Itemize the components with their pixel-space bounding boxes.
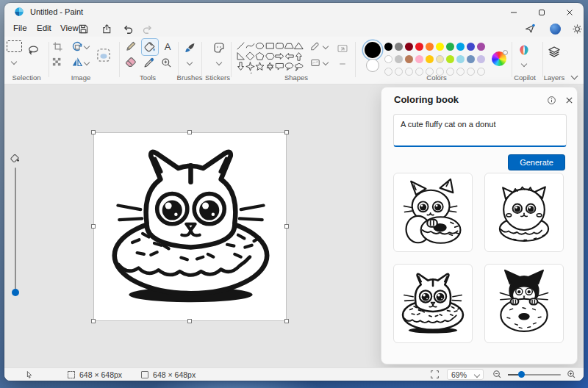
shape-outline-icon[interactable]: [309, 40, 322, 53]
shape-six-point-star[interactable]: [265, 61, 275, 71]
color-swatch[interactable]: [456, 55, 465, 63]
color-1-swatch[interactable]: [365, 42, 381, 58]
maximize-button[interactable]: [528, 3, 556, 22]
selection-handle[interactable]: [284, 130, 289, 134]
selection-handle[interactable]: [187, 130, 192, 134]
shape-left-arrow[interactable]: [284, 51, 294, 61]
minimize-button[interactable]: [500, 3, 528, 22]
color-swatch[interactable]: [436, 43, 444, 51]
stickers-icon[interactable]: [211, 40, 227, 56]
color-swatch[interactable]: [426, 43, 434, 51]
color-swatch[interactable]: [446, 43, 454, 51]
selection-handle[interactable]: [91, 319, 96, 323]
color-swatch-empty[interactable]: [384, 68, 392, 76]
color-swatch[interactable]: [456, 43, 465, 51]
shape-lightning[interactable]: [245, 71, 255, 73]
color-swatch-empty[interactable]: [395, 68, 403, 76]
send-feedback-icon[interactable]: [522, 21, 538, 36]
color-swatch[interactable]: [446, 55, 454, 63]
shape-trapezoid[interactable]: [284, 40, 294, 51]
stickers-dropdown-chevron[interactable]: [217, 60, 221, 65]
rotate-icon[interactable]: [69, 38, 85, 54]
zoom-level-select[interactable]: 69%: [447, 369, 484, 380]
shape-line[interactable]: [236, 40, 245, 51]
shape-diamond[interactable]: [245, 51, 255, 61]
pencil-tool[interactable]: [123, 38, 139, 54]
share-icon[interactable]: [98, 21, 115, 36]
shape-fill-icon[interactable]: [309, 56, 322, 69]
shape-rounded-callout[interactable]: [275, 61, 284, 71]
color-swatch[interactable]: [415, 43, 423, 51]
color-swatch-empty[interactable]: [405, 68, 413, 76]
zoom-slider[interactable]: [508, 374, 561, 376]
paint-canvas[interactable]: [93, 132, 287, 321]
fit-to-window-icon[interactable]: [430, 370, 440, 379]
brushes-dropdown-chevron[interactable]: [187, 60, 192, 65]
color-2-swatch[interactable]: [366, 59, 379, 72]
shape-cloud-callout[interactable]: [294, 61, 304, 71]
shape-heart[interactable]: [236, 71, 245, 73]
color-picker-tool[interactable]: [141, 54, 157, 71]
prompt-input[interactable]: A cute fluffy cat on a donut: [393, 114, 567, 147]
selection-handle[interactable]: [284, 319, 289, 323]
color-swatch[interactable]: [477, 55, 485, 63]
color-swatch[interactable]: [415, 55, 423, 63]
shape-up-arrow[interactable]: [294, 51, 304, 61]
resize-icon[interactable]: [49, 54, 65, 71]
shape-five-point-star[interactable]: [255, 61, 265, 71]
settings-gear-icon[interactable]: [569, 21, 584, 36]
color-swatch[interactable]: [395, 43, 403, 51]
coloring-thumbnail-cat-hugging-donut[interactable]: [393, 173, 473, 252]
text-tool[interactable]: A: [159, 38, 176, 54]
zoom-in-icon[interactable]: [567, 370, 576, 379]
color-swatch[interactable]: [405, 55, 413, 63]
zoom-slider-thumb[interactable]: [518, 371, 525, 378]
selection-handle[interactable]: [91, 224, 96, 229]
edit-colors-icon[interactable]: [492, 51, 506, 66]
coloring-thumbnail-cat-head-in-donut[interactable]: [393, 264, 473, 343]
shape-oval[interactable]: [255, 40, 265, 51]
fill-tool[interactable]: [141, 38, 159, 56]
tolerance-slider-thumb[interactable]: [12, 289, 19, 296]
color-swatch[interactable]: [467, 55, 475, 63]
color-swatch[interactable]: [395, 55, 403, 63]
shape-four-point-star[interactable]: [245, 61, 255, 71]
menu-file[interactable]: File: [9, 21, 32, 35]
shape-pentagon[interactable]: [255, 51, 265, 61]
account-avatar[interactable]: [547, 21, 563, 36]
brushes-icon[interactable]: [182, 40, 198, 56]
shape-triangle[interactable]: [294, 40, 304, 51]
selection-handle[interactable]: [187, 319, 192, 323]
eraser-tool[interactable]: [123, 54, 139, 71]
selection-handle[interactable]: [91, 130, 96, 134]
copilot-dropdown-chevron[interactable]: [522, 62, 526, 66]
lasso-select-tool[interactable]: [25, 42, 41, 58]
shape-right-triangle[interactable]: [236, 51, 245, 61]
color-swatch[interactable]: [467, 43, 475, 51]
shape-right-arrow[interactable]: [275, 51, 284, 61]
tolerance-slider-track[interactable]: [15, 168, 16, 294]
undo-icon[interactable]: [120, 21, 136, 36]
flip-icon[interactable]: [69, 54, 85, 71]
color-swatch-empty[interactable]: [477, 68, 485, 76]
shape-rectangle[interactable]: [265, 40, 275, 51]
coloring-thumbnail-fluffy-cat-on-donut[interactable]: [484, 173, 564, 252]
shape-curve[interactable]: [245, 40, 255, 51]
save-icon[interactable]: [75, 21, 91, 36]
remove-background-icon[interactable]: [94, 46, 113, 65]
shape-outline-chevron[interactable]: [323, 44, 328, 48]
rotate-dropdown-chevron[interactable]: [85, 44, 89, 48]
color-swatch[interactable]: [426, 55, 434, 63]
ribbon-collapse-chevron[interactable]: [572, 73, 577, 79]
shape-rounded-rectangle[interactable]: [275, 40, 284, 51]
color-swatch[interactable]: [477, 43, 485, 51]
rectangle-select-tool[interactable]: [6, 38, 22, 54]
generate-button[interactable]: Generate: [508, 154, 565, 170]
info-icon[interactable]: [545, 93, 558, 107]
selection-handle[interactable]: [284, 224, 289, 229]
color-swatch[interactable]: [384, 55, 392, 63]
color-swatch[interactable]: [436, 55, 444, 63]
coloring-thumbnail-black-cat-behind-donut[interactable]: [484, 264, 564, 343]
flip-dropdown-chevron[interactable]: [85, 60, 89, 65]
layers-icon[interactable]: [546, 44, 562, 60]
